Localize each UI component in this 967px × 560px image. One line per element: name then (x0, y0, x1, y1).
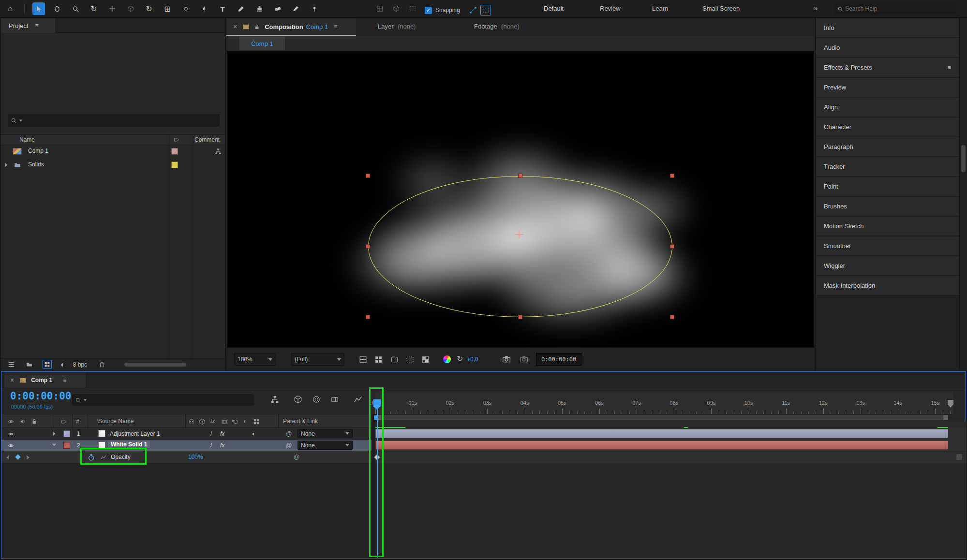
property-pickwhip-icon[interactable]: @ (294, 454, 299, 460)
timeline-side-button[interactable] (956, 454, 962, 460)
mask-handle-bottom-right[interactable] (670, 315, 674, 319)
panel-menu-icon[interactable]: ≡ (334, 23, 337, 30)
column-comment[interactable]: Comment (194, 136, 220, 143)
mask-handle-top-left[interactable] (366, 174, 370, 178)
folder-disclosure-icon[interactable] (5, 163, 7, 167)
source-name-column[interactable]: Source Name (98, 418, 134, 425)
quality-switch[interactable]: / (210, 430, 212, 437)
footage-viewer-tab[interactable]: Footage (none) (474, 23, 520, 30)
panel-tab-character[interactable]: Character (816, 118, 959, 137)
composition-viewer-tab[interactable]: × Composition Comp 1 ≡ (226, 18, 356, 36)
layer-bar-adjustment-layer-1[interactable] (375, 429, 948, 438)
adjustment-layer-switch[interactable]: ◐ (252, 430, 255, 437)
panel-tab-effects-presets[interactable]: Effects & Presets≡ (816, 58, 959, 78)
view-axis-mode-button[interactable] (406, 2, 419, 15)
time-ruler[interactable]: :00s 01s 02s 03s 04s 05s 06s 07s 08s 09s… (375, 391, 953, 414)
pan-camera-tool-button[interactable] (106, 2, 119, 15)
panel-tab-align[interactable]: Align (816, 98, 959, 118)
column-track-divider[interactable] (372, 414, 375, 559)
ellipse-mask-path[interactable] (368, 176, 672, 317)
collapse-switch-column-icon[interactable] (199, 418, 206, 425)
local-axis-mode-button[interactable] (373, 2, 386, 15)
horizontal-scrollbar-thumb[interactable] (124, 363, 186, 367)
layer-name[interactable]: Adjustment Layer 1 (110, 430, 160, 437)
property-name[interactable]: Opacity (111, 454, 131, 460)
layer-label-color-swatch[interactable] (63, 442, 70, 449)
video-eye-column-icon[interactable] (7, 418, 15, 425)
show-snapshot-icon[interactable] (520, 355, 528, 364)
property-row-opacity[interactable]: Opacity 100% @ (1, 451, 372, 463)
adjustment-switch-column-icon[interactable]: ◐ (243, 418, 247, 425)
track-area-empty[interactable] (375, 463, 967, 559)
close-tab-icon[interactable]: × (10, 376, 14, 384)
panel-menu-icon[interactable]: ≡ (35, 22, 38, 29)
audio-speaker-column-icon[interactable] (20, 418, 26, 425)
timeline-search-field[interactable] (72, 394, 254, 406)
lock-column-icon[interactable] (31, 418, 37, 425)
panel-tab-paint[interactable]: Paint (816, 177, 959, 197)
fx-switch-column-icon[interactable]: fx (210, 418, 215, 425)
previous-keyframe-icon[interactable] (6, 455, 9, 460)
current-time-indicator-grabber[interactable] (373, 399, 381, 406)
bit-depth-button[interactable]: 8 bpc (73, 361, 87, 368)
fx-switch[interactable]: fx (220, 430, 224, 437)
lock-icon[interactable] (254, 24, 260, 30)
stopwatch-icon[interactable] (88, 454, 95, 461)
brush-tool-button[interactable] (235, 2, 247, 15)
delete-trash-icon[interactable] (99, 361, 105, 368)
fx-switch[interactable]: fx (220, 442, 224, 449)
graph-include-icon[interactable] (100, 455, 107, 460)
workspace-learn[interactable]: Learn (652, 5, 668, 12)
parent-dropdown[interactable]: None (298, 441, 353, 450)
project-item-name[interactable]: Solids (28, 161, 44, 168)
reset-exposure-icon[interactable]: ↻ (457, 354, 463, 363)
pan-behind-tool-button[interactable]: ⊞ (161, 2, 174, 15)
layer-disclosure-icon[interactable] (52, 443, 57, 446)
panel-menu-icon[interactable]: ≡ (947, 64, 951, 71)
take-snapshot-camera-icon[interactable] (502, 355, 511, 364)
project-settings-icon[interactable]: ◐ (60, 360, 65, 369)
mask-handle-top-center[interactable] (518, 174, 522, 178)
world-axis-mode-button[interactable] (390, 2, 402, 15)
mask-handle-middle-right[interactable] (670, 244, 674, 249)
workspace-default[interactable]: Default (544, 5, 564, 12)
mask-visibility-icon[interactable] (390, 355, 399, 364)
comp-selector-tab[interactable]: Comp 1 (239, 37, 285, 50)
draft-3d-icon[interactable] (294, 395, 302, 404)
property-value[interactable]: 100% (188, 454, 203, 460)
playhead-line[interactable] (377, 399, 378, 558)
new-folder-icon[interactable] (26, 361, 33, 368)
parent-pickwhip-icon[interactable]: @ (286, 430, 292, 437)
shape-tool-button[interactable]: ○ (179, 2, 192, 15)
panel-tab-info[interactable]: Info (816, 18, 959, 38)
parent-pickwhip-icon[interactable]: @ (286, 442, 292, 449)
project-panel-tab[interactable]: Project ≡ (1, 18, 55, 33)
mask-handle-bottom-left[interactable] (366, 315, 370, 319)
composition-viewer[interactable] (227, 51, 814, 347)
anchor-point-crosshair[interactable] (515, 230, 523, 239)
project-item-name[interactable]: Comp 1 (28, 147, 48, 154)
panel-tab-motion-sketch[interactable]: Motion Sketch (816, 217, 959, 236)
new-composition-button[interactable] (43, 360, 52, 369)
mask-handle-middle-left[interactable] (366, 244, 370, 249)
preview-time-display[interactable]: 0:00:00:00 (536, 353, 581, 366)
selection-tool-button[interactable] (32, 2, 45, 15)
3d-switch-column-icon[interactable] (253, 418, 260, 425)
layer-row-white-solid-1-selected[interactable]: 2 White Solid 1 / fx @ None (1, 440, 372, 451)
next-keyframe-icon[interactable] (27, 455, 30, 460)
layer-label-color-swatch[interactable] (63, 430, 70, 437)
resolution-dropdown[interactable]: (Full) (291, 353, 344, 366)
comp-mini-flowchart-icon[interactable] (270, 395, 279, 404)
workspace-small-screen[interactable]: Small Screen (702, 5, 740, 12)
roto-brush-tool-button[interactable] (290, 2, 302, 15)
pen-tool-button[interactable] (198, 2, 210, 15)
close-tab-icon[interactable]: × (233, 23, 237, 30)
keyframe-navigator-diamond-icon[interactable] (15, 454, 20, 459)
label-color-swatch[interactable] (171, 162, 178, 168)
panel-tab-smoother[interactable]: Smoother (816, 236, 959, 256)
motion-blur-switch-column-icon[interactable] (232, 418, 238, 425)
label-column-tag-icon[interactable] (173, 137, 180, 143)
transparency-grid-icon[interactable] (421, 355, 430, 364)
exposure-offset-value[interactable]: +0,0 (467, 356, 478, 363)
timeline-comp-tab[interactable]: × Comp 1 ≡ (4, 373, 86, 387)
